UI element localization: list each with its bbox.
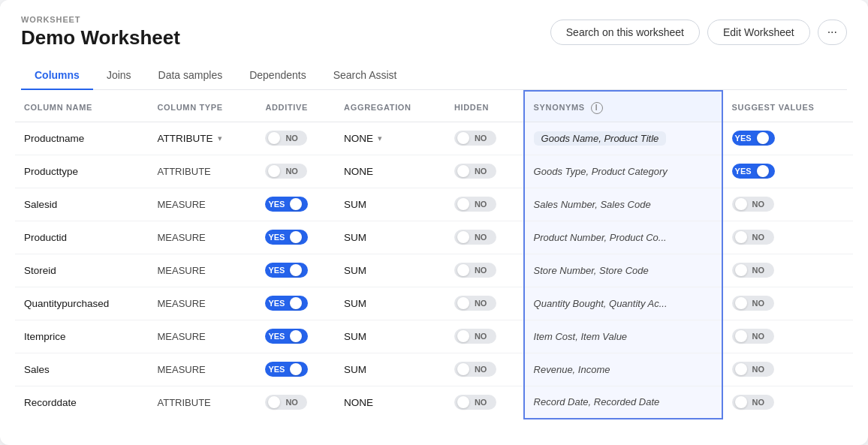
cell-column-type: ATTRIBUTE▾ <box>149 122 257 155</box>
tab-dependents[interactable]: Dependents <box>236 62 320 90</box>
cell-aggregation: NONE▾ <box>335 122 445 155</box>
cell-aggregation: SUM <box>335 221 445 254</box>
additive-toggle[interactable]: YES <box>265 230 308 245</box>
additive-toggle[interactable]: NO <box>265 395 307 410</box>
cell-synonyms[interactable]: Goods Name, Product Title <box>524 122 722 155</box>
cell-column-name: Sales <box>15 353 149 386</box>
header-actions: Search on this worksheet Edit Worksheet … <box>550 20 847 45</box>
agg-dropdown-arrow[interactable]: ▾ <box>378 134 382 143</box>
additive-toggle[interactable]: NO <box>265 164 307 179</box>
th-column-name: COLUMN NAME <box>15 91 149 122</box>
additive-toggle[interactable]: YES <box>265 197 308 212</box>
cell-column-name: Producttype <box>15 155 149 188</box>
cell-suggest-values: NO <box>722 320 853 353</box>
cell-column-type: MEASURE <box>149 287 257 320</box>
cell-additive: NO <box>256 386 335 419</box>
search-worksheet-button[interactable]: Search on this worksheet <box>550 20 700 45</box>
cell-synonyms[interactable]: Store Number, Store Code <box>524 254 722 287</box>
cell-hidden: NO <box>445 254 524 287</box>
hidden-toggle[interactable]: NO <box>454 362 496 377</box>
cell-column-name: Storeid <box>15 254 149 287</box>
th-suggest-values: SUGGEST VALUES <box>722 91 853 122</box>
hidden-toggle[interactable]: NO <box>454 131 496 146</box>
suggest-toggle[interactable]: NO <box>732 362 774 377</box>
page-container: WORKSHEET Demo Worksheet Search on this … <box>0 0 868 445</box>
suggest-toggle[interactable]: NO <box>732 263 774 278</box>
tabs-nav: Columns Joins Data samples Dependents Se… <box>21 62 847 90</box>
cell-column-name: Recorddate <box>15 386 149 419</box>
th-synonyms: SYNONYMS i <box>524 91 722 122</box>
cell-suggest-values: YES <box>722 155 853 188</box>
cell-synonyms[interactable]: Quantity Bought, Quantity Ac... <box>524 287 722 320</box>
tab-joins[interactable]: Joins <box>93 62 145 90</box>
cell-synonyms[interactable]: Sales Number, Sales Code <box>524 188 722 221</box>
th-additive: ADDITIVE <box>256 91 335 122</box>
tab-search-assist[interactable]: Search Assist <box>320 62 411 90</box>
cell-synonyms[interactable]: Item Cost, Item Value <box>524 320 722 353</box>
additive-toggle[interactable]: YES <box>265 362 308 377</box>
cell-synonyms[interactable]: Revenue, Income <box>524 353 722 386</box>
cell-column-type: ATTRIBUTE <box>149 386 257 419</box>
suggest-toggle[interactable]: NO <box>732 230 774 245</box>
suggest-toggle[interactable]: NO <box>732 296 774 311</box>
cell-aggregation: SUM <box>335 353 445 386</box>
cell-column-name: Salesid <box>15 188 149 221</box>
table-container: COLUMN NAME COLUMN TYPE ADDITIVE AGGREGA… <box>0 90 868 434</box>
cell-aggregation: NONE <box>335 155 445 188</box>
cell-column-type: MEASURE <box>149 188 257 221</box>
table-row: ItempriceMEASUREYESSUMNOItem Cost, Item … <box>15 320 853 353</box>
additive-toggle[interactable]: YES <box>265 296 308 311</box>
table-row: RecorddateATTRIBUTENONONENORecord Date, … <box>15 386 853 419</box>
cell-hidden: NO <box>445 188 524 221</box>
table-header-row: COLUMN NAME COLUMN TYPE ADDITIVE AGGREGA… <box>15 91 853 122</box>
edit-worksheet-button[interactable]: Edit Worksheet <box>707 20 810 45</box>
additive-toggle[interactable]: YES <box>265 263 308 278</box>
hidden-toggle[interactable]: NO <box>454 230 496 245</box>
header-top: WORKSHEET Demo Worksheet Search on this … <box>21 15 847 62</box>
cell-aggregation: SUM <box>335 287 445 320</box>
cell-hidden: NO <box>445 386 524 419</box>
synonym-chip[interactable]: Goods Name, Product Title <box>534 131 667 146</box>
cell-hidden: NO <box>445 221 524 254</box>
suggest-toggle[interactable]: NO <box>732 395 774 410</box>
cell-synonyms[interactable]: Record Date, Recorded Date <box>524 386 722 419</box>
tab-data-samples[interactable]: Data samples <box>145 62 237 90</box>
hidden-toggle[interactable]: NO <box>454 197 496 212</box>
cell-additive: YES <box>256 188 335 221</box>
cell-aggregation: SUM <box>335 188 445 221</box>
suggest-toggle[interactable]: YES <box>732 164 775 179</box>
cell-aggregation: SUM <box>335 254 445 287</box>
hidden-toggle[interactable]: NO <box>454 329 496 344</box>
suggest-toggle[interactable]: YES <box>732 131 775 146</box>
cell-suggest-values: NO <box>722 188 853 221</box>
cell-synonyms[interactable]: Product Number, Product Co... <box>524 221 722 254</box>
cell-suggest-values: NO <box>722 386 853 419</box>
hidden-toggle[interactable]: NO <box>454 164 496 179</box>
suggest-toggle[interactable]: NO <box>732 197 774 212</box>
header: WORKSHEET Demo Worksheet Search on this … <box>0 0 868 90</box>
cell-synonyms[interactable]: Goods Type, Product Category <box>524 155 722 188</box>
worksheet-label: WORKSHEET <box>21 15 180 24</box>
th-hidden: HIDDEN <box>445 91 524 122</box>
cell-hidden: NO <box>445 353 524 386</box>
suggest-toggle[interactable]: NO <box>732 329 774 344</box>
column-type-value: ATTRIBUTE <box>158 133 213 144</box>
cell-additive: YES <box>256 320 335 353</box>
additive-toggle[interactable]: NO <box>265 131 307 146</box>
hidden-toggle[interactable]: NO <box>454 296 496 311</box>
type-dropdown-arrow[interactable]: ▾ <box>218 134 222 143</box>
more-options-button[interactable]: ··· <box>818 20 847 45</box>
hidden-toggle[interactable]: NO <box>454 395 496 410</box>
cell-additive: YES <box>256 221 335 254</box>
table-row: ProductnameATTRIBUTE▾NONONE▾NOGoods Name… <box>15 122 853 155</box>
cell-column-name: Itemprice <box>15 320 149 353</box>
table-row: ProductidMEASUREYESSUMNOProduct Number, … <box>15 221 853 254</box>
cell-suggest-values: NO <box>722 287 853 320</box>
cell-hidden: NO <box>445 155 524 188</box>
hidden-toggle[interactable]: NO <box>454 263 496 278</box>
columns-table: COLUMN NAME COLUMN TYPE ADDITIVE AGGREGA… <box>15 90 853 419</box>
tab-columns[interactable]: Columns <box>21 62 93 90</box>
aggregation-value: NONE <box>344 133 373 144</box>
synonyms-info-icon[interactable]: i <box>591 102 603 114</box>
additive-toggle[interactable]: YES <box>265 329 308 344</box>
